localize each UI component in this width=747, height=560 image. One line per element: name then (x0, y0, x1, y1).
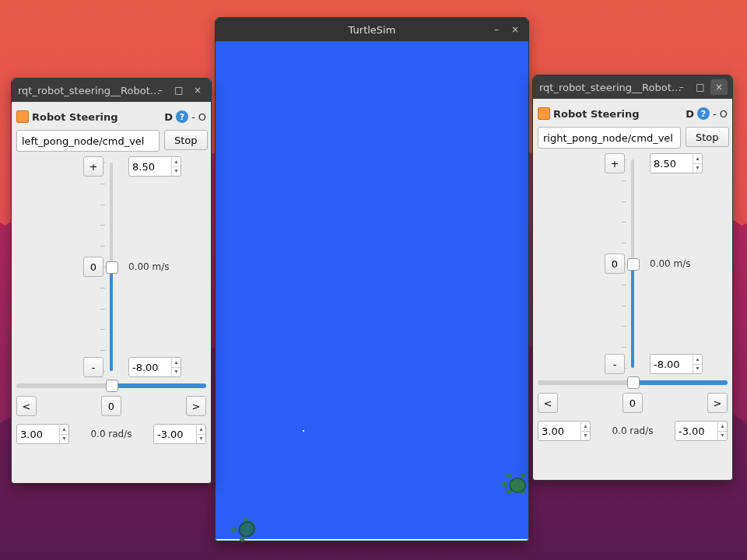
linear-max-input[interactable] (651, 155, 693, 172)
right-steering-window[interactable]: rqt_robot_steering__Robot… – □ × Robot S… (532, 75, 733, 481)
desktop: TurtleSim – × rqt_robot_ste (0, 0, 747, 560)
panel-body: Robot Steering D ? - O Stop + (533, 99, 732, 446)
stop-button[interactable]: Stop (164, 130, 208, 150)
spin-up-icon[interactable]: ▴ (171, 359, 181, 368)
angular-slider-section: < 0 > ▴▾ 0.0 rad/s ▴▾ (16, 383, 206, 444)
linear-max-spin[interactable]: ▴▾ (128, 156, 181, 177)
spin-down-icon[interactable]: ▾ (196, 435, 205, 443)
pin-icon[interactable] (16, 110, 29, 123)
linear-value-label: 0.00 m/s (650, 258, 691, 269)
minimize-button[interactable]: – (673, 79, 690, 95)
spin-down-icon[interactable]: ▾ (580, 432, 590, 440)
help-icon[interactable]: ? (176, 110, 188, 123)
linear-plus-button[interactable]: + (605, 153, 625, 173)
linear-max-spin[interactable]: ▴▾ (650, 153, 703, 173)
topic-input[interactable] (538, 127, 681, 149)
angular-max-input[interactable] (17, 425, 59, 443)
linear-plus-button[interactable]: + (83, 156, 103, 177)
turtlesim-canvas (216, 41, 528, 539)
angular-zero-button[interactable]: 0 (622, 393, 643, 413)
close-button[interactable]: × (710, 79, 728, 95)
minimize-button[interactable]: – (152, 82, 169, 98)
turtlesim-window[interactable]: TurtleSim – × (215, 17, 529, 541)
ball-dot (303, 430, 304, 432)
panel-body: Robot Steering D ? - O Stop + (12, 102, 211, 449)
angular-zero-button[interactable]: 0 (101, 396, 121, 416)
angular-min-input[interactable] (154, 425, 196, 443)
maximize-button[interactable]: □ (692, 79, 709, 95)
angular-min-spin[interactable]: ▴▾ (675, 421, 728, 441)
angular-left-button[interactable]: < (16, 396, 37, 416)
linear-minus-button[interactable]: - (83, 357, 103, 377)
spin-up-icon[interactable]: ▴ (196, 425, 205, 435)
panel-title: Robot Steering (553, 108, 640, 120)
spin-up-icon[interactable]: ▴ (171, 158, 181, 167)
window-title: TurtleSim (349, 24, 396, 36)
panel-header: Robot Steering D ? - O (538, 103, 728, 124)
angular-slider-thumb[interactable] (627, 376, 640, 389)
topic-input[interactable] (16, 130, 160, 152)
titlebar[interactable]: rqt_robot_steering__Robot… – □ × (12, 79, 211, 102)
spin-up-icon[interactable]: ▴ (59, 425, 68, 435)
spin-down-icon[interactable]: ▾ (717, 432, 727, 440)
angular-slider[interactable] (538, 380, 728, 385)
spin-up-icon[interactable]: ▴ (717, 422, 727, 432)
maximize-button[interactable]: □ (170, 82, 188, 98)
linear-min-input[interactable] (129, 359, 171, 376)
spin-up-icon[interactable]: ▴ (693, 355, 702, 365)
linear-minus-button[interactable]: - (605, 354, 625, 374)
angular-left-button[interactable]: < (538, 393, 558, 413)
stop-button[interactable]: Stop (686, 127, 729, 147)
angular-value-label: 0.0 rad/s (612, 425, 653, 436)
spin-down-icon[interactable]: ▾ (59, 435, 68, 443)
spin-up-icon[interactable]: ▴ (580, 422, 590, 432)
linear-min-spin[interactable]: ▴▾ (650, 354, 703, 374)
minimize-button[interactable]: – (488, 22, 505, 37)
panel-title: Robot Steering (32, 111, 118, 123)
linear-slider-section: + ▴▾ 0 0.00 m/s - ▴▾ (538, 155, 728, 373)
linear-zero-button[interactable]: 0 (605, 254, 625, 274)
linear-max-input[interactable] (129, 158, 171, 175)
angular-right-button[interactable]: > (186, 396, 206, 416)
spin-down-icon[interactable]: ▾ (171, 167, 181, 176)
turtle-left (231, 516, 260, 544)
window-title: rqt_robot_steering__Robot… (539, 82, 682, 93)
help-icon[interactable]: ? (697, 107, 710, 120)
linear-value-label: 0.00 m/s (128, 261, 170, 272)
dock-toggle[interactable]: D (686, 108, 694, 120)
angular-slider[interactable] (16, 383, 206, 388)
panel-menu[interactable]: - O (191, 111, 206, 123)
panel-header: Robot Steering D ? - O (16, 107, 206, 127)
close-button[interactable]: × (507, 22, 524, 37)
panel-menu[interactable]: - O (713, 108, 728, 120)
angular-min-spin[interactable]: ▴▾ (153, 424, 206, 444)
angular-max-spin[interactable]: ▴▾ (16, 424, 69, 444)
angular-min-input[interactable] (675, 422, 717, 439)
angular-value-label: 0.0 rad/s (90, 429, 132, 439)
spin-down-icon[interactable]: ▾ (693, 365, 702, 373)
titlebar[interactable]: rqt_robot_steering__Robot… – □ × (533, 75, 732, 99)
spin-down-icon[interactable]: ▾ (693, 164, 702, 173)
linear-slider-section: + ▴▾ 0 0.00 m/s - ▴▾ (16, 158, 206, 376)
angular-right-button[interactable]: > (707, 393, 728, 413)
pin-icon[interactable] (538, 107, 550, 120)
spin-up-icon[interactable]: ▴ (693, 155, 702, 164)
linear-zero-button[interactable]: 0 (83, 257, 103, 277)
angular-max-spin[interactable]: ▴▾ (538, 421, 591, 441)
left-steering-window[interactable]: rqt_robot_steering__Robot… – □ × Robot S… (11, 78, 212, 484)
close-button[interactable]: × (189, 82, 206, 98)
linear-min-spin[interactable]: ▴▾ (128, 357, 181, 377)
angular-slider-section: < 0 > ▴▾ 0.0 rad/s ▴▾ (538, 380, 728, 441)
window-title: rqt_robot_steering__Robot… (18, 85, 160, 96)
linear-min-input[interactable] (651, 355, 693, 373)
spin-down-icon[interactable]: ▾ (171, 368, 181, 376)
dock-toggle[interactable]: D (164, 111, 173, 123)
turtle-right (505, 475, 527, 494)
angular-max-input[interactable] (538, 422, 580, 439)
angular-slider-thumb[interactable] (106, 380, 118, 392)
titlebar[interactable]: TurtleSim – × (216, 18, 528, 41)
